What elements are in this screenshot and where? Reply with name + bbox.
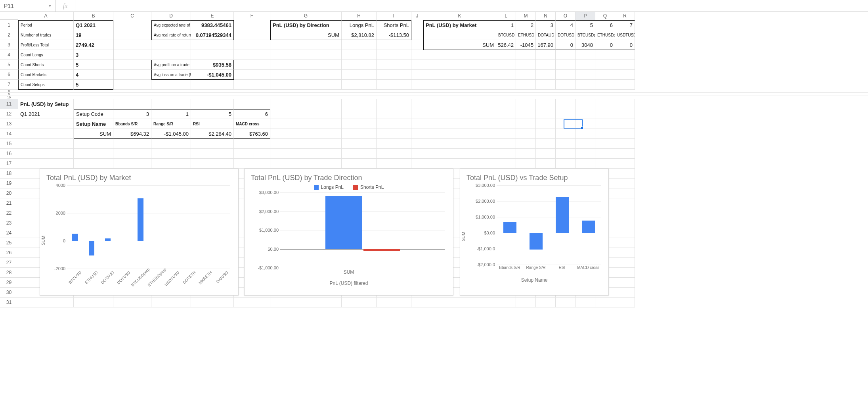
cell[interactable] <box>615 139 635 149</box>
cell[interactable] <box>496 60 516 70</box>
cell[interactable] <box>377 70 411 80</box>
cell[interactable]: 0 <box>556 40 575 50</box>
row-header[interactable]: 18 <box>0 169 18 179</box>
row-header[interactable]: 30 <box>0 288 18 298</box>
cell[interactable]: $763.60 <box>234 129 270 139</box>
row-header[interactable]: 20 <box>0 188 18 198</box>
cell[interactable]: Period <box>18 20 74 30</box>
cell[interactable] <box>377 149 411 159</box>
spreadsheet-grid[interactable]: A B C D E F G H I J K L M N O P Q R 1 Pe… <box>0 12 868 307</box>
cell[interactable] <box>615 70 635 80</box>
cell[interactable] <box>496 119 516 129</box>
cell[interactable]: 5 <box>74 60 113 70</box>
row-header[interactable]: 7 <box>0 80 18 90</box>
cell[interactable] <box>556 109 575 119</box>
cell[interactable] <box>234 50 270 60</box>
cell[interactable] <box>342 149 377 159</box>
row-header[interactable]: 14 <box>0 129 18 139</box>
cell[interactable]: 9383.445461 <box>191 20 234 30</box>
cell[interactable] <box>556 50 575 60</box>
cell[interactable] <box>516 129 536 139</box>
cell[interactable] <box>191 99 234 109</box>
cell[interactable] <box>575 139 595 149</box>
col-header-h[interactable]: H <box>342 12 377 20</box>
cell[interactable]: 4 <box>556 20 575 30</box>
row-header[interactable]: 29 <box>0 278 18 288</box>
cell[interactable] <box>151 159 191 169</box>
cell[interactable] <box>595 60 615 70</box>
cell[interactable] <box>556 60 575 70</box>
cell[interactable] <box>536 99 556 109</box>
cell[interactable] <box>556 298 575 307</box>
cell[interactable] <box>234 30 270 40</box>
cell[interactable] <box>113 80 151 90</box>
cell[interactable]: Avg real rate of return <box>151 30 191 40</box>
cell[interactable] <box>536 109 556 119</box>
cell[interactable] <box>270 159 342 169</box>
cell[interactable]: Setup Name <box>74 119 113 129</box>
cell[interactable] <box>74 139 113 149</box>
row-header[interactable]: 19 <box>0 179 18 188</box>
cell[interactable] <box>615 248 635 258</box>
cell[interactable] <box>270 109 342 119</box>
cell[interactable] <box>615 179 635 188</box>
cell[interactable] <box>151 40 191 50</box>
cell[interactable] <box>270 129 342 139</box>
cell[interactable] <box>536 80 556 90</box>
cell[interactable]: Count Setups <box>18 80 74 90</box>
cell[interactable] <box>556 149 575 159</box>
cell[interactable]: 6 <box>595 20 615 30</box>
cell[interactable] <box>191 149 234 159</box>
cell[interactable] <box>575 298 595 307</box>
cell[interactable] <box>191 50 234 60</box>
cell[interactable] <box>113 298 151 307</box>
cell[interactable]: BTCUSDpe <box>575 30 595 40</box>
cell[interactable]: 7 <box>615 20 635 30</box>
cell[interactable] <box>18 96 868 99</box>
cell[interactable] <box>191 139 234 149</box>
cell[interactable] <box>556 99 575 109</box>
cell[interactable] <box>113 149 151 159</box>
cell[interactable] <box>191 159 234 169</box>
row-header[interactable]: 13 <box>0 119 18 129</box>
select-all-corner[interactable] <box>0 12 18 20</box>
cell[interactable] <box>496 129 516 139</box>
cell[interactable]: $2,284.40 <box>191 129 234 139</box>
cell[interactable] <box>377 99 411 109</box>
cell[interactable] <box>423 149 496 159</box>
cell[interactable] <box>377 80 411 90</box>
cell[interactable]: 3 <box>74 50 113 60</box>
cell[interactable]: 0 <box>615 40 635 50</box>
cell[interactable] <box>615 80 635 90</box>
cell[interactable] <box>18 93 868 96</box>
col-header-c[interactable]: C <box>113 12 151 20</box>
cell[interactable]: 167.90 <box>536 40 556 50</box>
cell[interactable] <box>411 40 423 50</box>
cell[interactable] <box>423 99 496 109</box>
col-header-i[interactable]: I <box>377 12 411 20</box>
cell[interactable] <box>496 109 516 119</box>
cell[interactable] <box>411 159 423 169</box>
cell[interactable] <box>516 298 536 307</box>
cell[interactable] <box>575 60 595 70</box>
cell[interactable]: 2 <box>516 20 536 30</box>
row-header[interactable]: 31 <box>0 298 18 307</box>
cell[interactable]: 5 <box>191 109 234 119</box>
cell[interactable] <box>615 109 635 119</box>
cell[interactable] <box>74 159 113 169</box>
row-header[interactable]: 1 <box>0 20 18 30</box>
cell[interactable] <box>575 99 595 109</box>
cell[interactable] <box>595 109 615 119</box>
cell[interactable] <box>234 40 270 50</box>
cell[interactable] <box>411 139 423 149</box>
chart-pnl-vs-setup[interactable]: Total PnL (USD) vs Trade Setup SUM $3,00… <box>460 169 609 296</box>
col-header-o[interactable]: O <box>556 12 575 20</box>
cell[interactable] <box>423 159 496 169</box>
cell[interactable]: 0 <box>595 40 615 50</box>
cell[interactable] <box>496 50 516 60</box>
cell[interactable]: Count Markets <box>18 70 74 80</box>
cell[interactable] <box>18 149 74 159</box>
cell[interactable] <box>615 60 635 70</box>
cell[interactable]: 1 <box>151 109 191 119</box>
cell[interactable]: ETHUSDpe <box>595 30 615 40</box>
